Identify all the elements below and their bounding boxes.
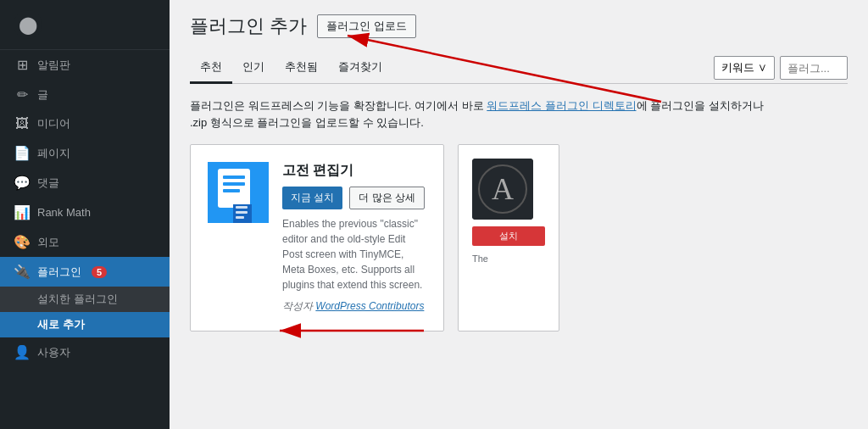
description-text: 플러그인은 워드프레스의 기능을 확장합니다. 여기에서 바로 워드프레스 플러… (190, 98, 848, 131)
upload-plugin-button[interactable]: 플러그인 업로드 (317, 14, 416, 38)
sidebar-header: ⬤ (0, 0, 170, 50)
svg-rect-1 (218, 169, 250, 208)
svg-rect-7 (236, 211, 248, 214)
plugin-card-akismet: A 설치 The (458, 144, 559, 332)
plugin-card-classic-editor: 고전 편집기 지금 설치 더 많은 상세 Enables the previou… (190, 144, 444, 332)
svg-text:A: A (492, 172, 514, 206)
svg-rect-2 (223, 176, 245, 179)
details-classic-editor-button[interactable]: 더 많은 상세 (349, 187, 425, 209)
tabs-nav: 추천 인기 추천됨 즐겨찾기 키워드 ∨ (190, 53, 848, 84)
plugin-author: 작성자 WordPress Contributors (282, 299, 426, 314)
sidebar-item-appearance[interactable]: 🎨 외모 (0, 227, 170, 257)
plugin-card-top: 고전 편집기 지금 설치 더 많은 상세 Enables the previou… (191, 145, 443, 331)
media-icon: 🖼 (14, 116, 31, 131)
plugin-description: Enables the previous "classic" editor an… (282, 216, 426, 292)
directory-link[interactable]: 워드프레스 플러그인 디렉토리 (487, 99, 636, 112)
svg-rect-4 (223, 189, 240, 192)
sidebar-item-comments[interactable]: 💬 댓글 (0, 168, 170, 198)
main-content: 플러그인 추가 플러그인 업로드 추천 인기 추천됨 즐겨찾기 키워드 ∨ 플러… (170, 0, 868, 429)
sidebar-item-media[interactable]: 🖼 미디어 (0, 109, 170, 138)
search-input[interactable] (780, 56, 848, 80)
plugin-name: 고전 편집기 (282, 162, 426, 180)
page-title: 플러그인 추가 (190, 14, 307, 39)
sidebar-item-pages[interactable]: 📄 페이지 (0, 138, 170, 168)
sidebar: ⬤ ⊞ 알림판 ✏ 글 🖼 미디어 📄 페이지 💬 댓글 📊 Rank Math… (0, 0, 170, 429)
sidebar-item-rankmath[interactable]: 📊 Rank Math (0, 198, 170, 227)
tab-popular[interactable]: 인기 (232, 53, 275, 84)
akismet-card-top: A 설치 The (459, 145, 559, 279)
plugins-submenu: 설치한 플러그인 새로 추가 (0, 287, 170, 337)
author-link[interactable]: WordPress Contributors (315, 300, 424, 312)
users-icon: 👤 (14, 344, 31, 360)
plugin-icon-classic-editor (208, 162, 269, 223)
sidebar-item-posts[interactable]: ✏ 글 (0, 80, 170, 109)
pages-icon: 📄 (14, 145, 31, 161)
submenu-add-new[interactable]: 새로 추가 (0, 312, 170, 337)
tabs-search: 키워드 ∨ (714, 56, 848, 80)
submenu-installed[interactable]: 설치한 플러그인 (0, 287, 170, 312)
install-classic-editor-button[interactable]: 지금 설치 (282, 187, 342, 209)
plugin-cards-container: 고전 편집기 지금 설치 더 많은 상세 Enables the previou… (190, 144, 848, 332)
dashboard-icon: ⊞ (14, 57, 31, 73)
wp-logo: ⬤ (14, 10, 42, 39)
svg-rect-3 (223, 182, 245, 186)
sidebar-menu: ⊞ 알림판 ✏ 글 🖼 미디어 📄 페이지 💬 댓글 📊 Rank Math 🎨… (0, 50, 170, 367)
sidebar-item-plugins[interactable]: 🔌 플러그인 5 (0, 257, 170, 287)
tab-favorites[interactable]: 즐겨찾기 (328, 53, 392, 84)
svg-rect-8 (236, 216, 244, 219)
plugin-info: 고전 편집기 지금 설치 더 많은 상세 Enables the previou… (282, 162, 426, 314)
search-by-select[interactable]: 키워드 ∨ (714, 56, 775, 80)
akismet-desc-partial: The (472, 253, 545, 265)
svg-rect-6 (236, 206, 248, 209)
plugins-icon: 🔌 (14, 264, 31, 280)
posts-icon: ✏ (14, 86, 31, 103)
page-header: 플러그인 추가 플러그인 업로드 (190, 14, 848, 39)
akismet-install-area: 설치 (472, 226, 545, 246)
install-akismet-button[interactable]: 설치 (472, 226, 545, 246)
tab-featured[interactable]: 추천됨 (275, 53, 328, 84)
sidebar-item-users[interactable]: 👤 사용자 (0, 337, 170, 367)
comments-icon: 💬 (14, 175, 31, 191)
tab-recommended[interactable]: 추천 (190, 53, 232, 84)
rankmath-icon: 📊 (14, 204, 31, 220)
akismet-icon: A (472, 159, 533, 220)
sidebar-item-dashboard[interactable]: ⊞ 알림판 (0, 50, 170, 80)
appearance-icon: 🎨 (14, 234, 31, 250)
plugin-actions: 지금 설치 더 많은 상세 (282, 187, 426, 209)
plugins-badge: 5 (92, 266, 107, 278)
